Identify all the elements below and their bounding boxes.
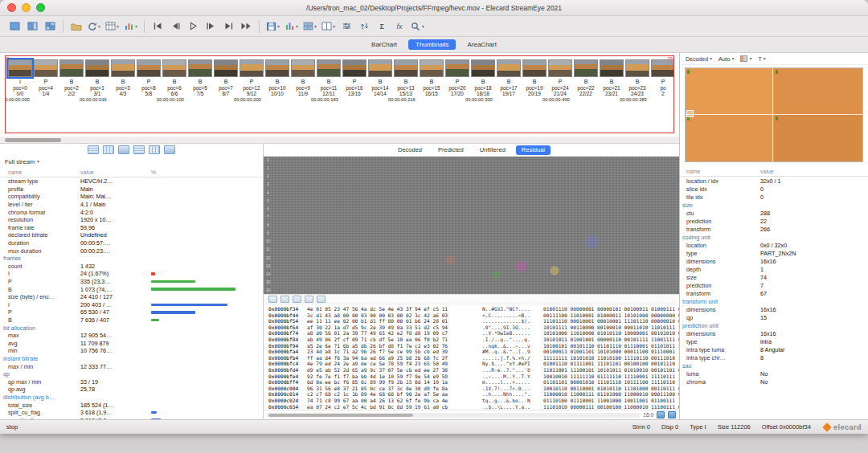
- hex-view-grid-button[interactable]: [657, 411, 665, 418]
- stream-info-row[interactable]: stream type HEVC/H.2…: [0, 178, 263, 186]
- hex-bytes-mode-button[interactable]: [280, 296, 289, 303]
- stream-info-row[interactable]: qp: [0, 370, 263, 378]
- property-row[interactable]: size: [680, 201, 868, 209]
- frame-cell[interactable]: B poc=21 23/21: [599, 59, 624, 133]
- filters-button[interactable]: [338, 18, 354, 34]
- frame-thumbnail[interactable]: [317, 59, 341, 77]
- property-row[interactable]: intra type chr… 8: [680, 353, 868, 361]
- property-row[interactable]: tile idx 0: [680, 193, 868, 201]
- frame-cell[interactable]: P poc=8 5/8: [136, 59, 162, 133]
- frame-thumbnail[interactable]: [574, 59, 598, 77]
- property-row[interactable]: prediction 7: [680, 281, 868, 289]
- property-row[interactable]: location 0x0 / 32x0: [680, 241, 868, 249]
- go-first-button[interactable]: [149, 18, 166, 34]
- property-row[interactable]: ctu 288: [680, 209, 868, 217]
- frame-cell[interactable]: B poc=2 2/2: [59, 59, 84, 133]
- sum-button[interactable]: Σ: [374, 18, 390, 34]
- frame-thumbnail[interactable]: [600, 59, 624, 77]
- hex-scrollbar[interactable]: [267, 413, 640, 418]
- table-view-dropdown[interactable]: ▾: [104, 18, 121, 34]
- frame-thumbnail[interactable]: [368, 59, 392, 77]
- property-row[interactable]: dimensions 16x16: [680, 329, 868, 337]
- frame-cell[interactable]: I poc=0 0/0 00:00:00:000: [7, 59, 33, 133]
- ctu-preview[interactable]: [685, 67, 863, 162]
- layout-quad-button[interactable]: [42, 18, 58, 34]
- property-row[interactable]: sao: [680, 361, 868, 369]
- stream-info-row[interactable]: frame rate 59,96: [0, 224, 263, 232]
- layout-dual-button[interactable]: [24, 18, 40, 34]
- stream-info-row[interactable]: I 24 (1,67%): [0, 270, 263, 278]
- preview-mode-tab[interactable]: Unfiltered: [474, 145, 511, 155]
- frame-cell[interactable]: B poc=23 24/23 00:00:00:383: [624, 59, 650, 133]
- chart-type-dropdown[interactable]: ▾: [122, 18, 139, 34]
- stream-info-row[interactable]: distribution (avg b…: [0, 394, 263, 402]
- stream-scope-dropdown[interactable]: Full stream ▾: [5, 158, 39, 165]
- stream-info-row[interactable]: bit allocation: [0, 324, 263, 332]
- frame-thumbnail[interactable]: [420, 59, 444, 77]
- functions-button[interactable]: fx: [391, 18, 407, 34]
- strip-scrollbar[interactable]: [5, 138, 61, 142]
- ctu-preview-colors-dropdown[interactable]: ▾: [740, 55, 751, 62]
- stream-info-row[interactable]: split_cu_flag 3 618 (1,9…: [0, 409, 263, 417]
- frame-cell[interactable]: B poc=17 19/17: [496, 59, 522, 133]
- frame-cell[interactable]: B poc=9 11/9: [290, 59, 316, 133]
- frame-thumbnail[interactable]: [342, 59, 366, 77]
- frame-cell[interactable]: B poc=1 3/1 00:00:00:016: [84, 59, 110, 133]
- play-button[interactable]: [185, 18, 201, 34]
- property-row[interactable]: prediction 22: [680, 217, 868, 225]
- stream-info-row[interactable]: declared bitrate Undefined: [0, 231, 263, 239]
- frame-cell[interactable]: B poc=6 6/6 00:00:00:100: [162, 59, 187, 133]
- panel-layout-dropdown[interactable]: ▾: [320, 18, 337, 34]
- layout-single-button[interactable]: [6, 18, 23, 34]
- frame-thumbnail[interactable]: [445, 59, 469, 77]
- stream-info-row[interactable]: qp max / min 33 / 19: [0, 378, 263, 386]
- frame-thumbnail[interactable]: [111, 59, 135, 77]
- property-row[interactable]: slice idx 0: [680, 185, 868, 193]
- stream-info-row[interactable]: duration 00:00:57:…: [0, 239, 263, 247]
- stream-info-row[interactable]: chroma format 4:2:0: [0, 208, 263, 216]
- stream-info-row[interactable]: B 7 636 / 407: [0, 316, 263, 324]
- titlebar[interactable]: /Users/tron_mac_02/Desktop/Projects/FFmp…: [0, 0, 868, 16]
- stream-info-row[interactable]: qp avg 25,78: [0, 386, 263, 394]
- frame-thumbnail[interactable]: [59, 59, 84, 77]
- view-summary-button[interactable]: [164, 145, 175, 154]
- export-chart-dropdown[interactable]: ▾: [283, 18, 300, 34]
- hex-settings-button[interactable]: [317, 296, 326, 303]
- stream-info-row[interactable]: total_size 185 524 (1…: [0, 401, 263, 409]
- property-row[interactable]: intra type luma 8 Angular: [680, 345, 868, 353]
- close-window-button[interactable]: [7, 3, 16, 12]
- frame-cell[interactable]: B poc=19 20/19: [522, 59, 547, 133]
- frame-thumbnail[interactable]: [548, 59, 572, 77]
- stream-info-row[interactable]: count 1 432: [0, 263, 263, 271]
- frame-cell[interactable]: B poc=13 15/13 00:00:00:216: [393, 59, 419, 133]
- frame-thumbnail[interactable]: [497, 59, 521, 77]
- view-grid-button[interactable]: [133, 145, 145, 154]
- thumbnails-view-dropdown[interactable]: ▾: [301, 18, 318, 34]
- frame-thumbnail[interactable]: [651, 59, 674, 77]
- stream-info-row[interactable]: instant bitrate: [0, 355, 263, 363]
- frame-cell[interactable]: P po 2: [650, 59, 674, 133]
- stream-info-row[interactable]: max 12 905 54…: [0, 332, 263, 340]
- frame-thumbnail[interactable]: [265, 59, 289, 77]
- frame-cell[interactable]: B poc=14 14/14: [367, 59, 393, 133]
- minimize-window-button[interactable]: [22, 3, 31, 12]
- property-row[interactable]: type PART_2Nx2N: [680, 249, 868, 257]
- stream-info-row[interactable]: I 200 403 / …: [0, 301, 263, 309]
- step-back-button[interactable]: [167, 18, 183, 34]
- frame-thumbnail[interactable]: [85, 59, 109, 77]
- frame-thumbnail[interactable]: [522, 59, 547, 77]
- property-row[interactable]: transform 67: [680, 289, 868, 297]
- stream-info-row[interactable]: mux duration 00:00:23:…: [0, 247, 263, 255]
- stream-info-row[interactable]: P 335 (23,3…: [0, 278, 263, 286]
- property-row[interactable]: location / idx 32x0 / 1: [680, 177, 868, 185]
- frame-cell[interactable]: B poc=22 22/22: [573, 59, 599, 133]
- frame-thumbnail[interactable]: [34, 59, 58, 77]
- property-row[interactable]: prediction unit: [680, 321, 868, 329]
- fast-forward-button[interactable]: [238, 18, 254, 34]
- frame-thumbnail[interactable]: [188, 59, 212, 77]
- frame-thumbnail[interactable]: [625, 59, 649, 77]
- step-forward-button[interactable]: [203, 18, 219, 34]
- stream-info-row[interactable]: compatibility Main; Mai…: [0, 193, 263, 201]
- view-split-button[interactable]: [149, 145, 160, 154]
- property-row[interactable]: qp 15: [680, 313, 868, 321]
